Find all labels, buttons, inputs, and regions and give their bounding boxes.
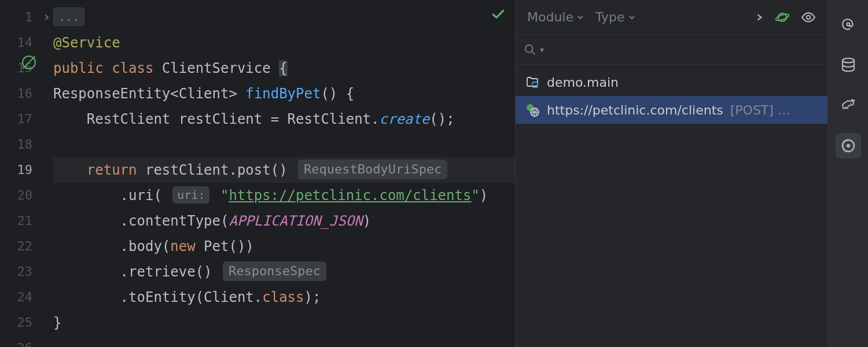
inspection-ok-icon[interactable] xyxy=(491,7,506,22)
search-caret-icon: ▾ xyxy=(540,45,544,54)
line-number: 20 xyxy=(0,183,53,208)
chevron-down-icon xyxy=(577,14,584,21)
svg-line-4 xyxy=(532,51,535,54)
line-number: 21 xyxy=(0,208,53,234)
svg-point-1 xyxy=(775,13,789,22)
tree-module-label: demo.main xyxy=(547,75,619,90)
module-dropdown[interactable]: Module xyxy=(524,8,587,27)
svg-point-11 xyxy=(846,144,849,147)
expand-chevron-icon[interactable] xyxy=(752,10,767,25)
line-number: 24 xyxy=(0,285,53,310)
line-number: 16 xyxy=(0,81,53,106)
folder-module-icon xyxy=(525,75,540,90)
right-toolbar xyxy=(827,0,868,347)
globe-endpoint-icon xyxy=(525,102,540,117)
type-dropdown[interactable]: Type xyxy=(592,8,639,27)
at-tool-icon[interactable] xyxy=(836,12,861,37)
chevron-down-icon xyxy=(628,14,635,21)
svg-point-3 xyxy=(525,45,533,52)
panel-search[interactable]: ▾ xyxy=(516,35,827,65)
tree-module-node[interactable]: demo.main xyxy=(516,68,827,96)
line-number: 19 xyxy=(0,157,53,183)
annotation: @Service xyxy=(53,35,120,51)
fold-chevron-icon[interactable] xyxy=(42,5,52,30)
line-number: 17 xyxy=(0,106,53,132)
filter-planet-icon[interactable] xyxy=(772,7,793,28)
gradle-elephant-icon[interactable] xyxy=(836,93,861,118)
folded-region[interactable]: ... xyxy=(53,8,84,26)
line-number: 25 xyxy=(0,310,53,335)
gutter-run-marker-icon[interactable] xyxy=(22,56,36,69)
svg-point-9 xyxy=(850,103,851,104)
line-number: 23 xyxy=(0,259,53,285)
line-number: 22 xyxy=(0,234,53,259)
type-dropdown-label: Type xyxy=(595,10,625,24)
code-editor[interactable]: 1 14 15 16 17 18 19 20 21 22 23 24 25 26… xyxy=(0,0,515,347)
editor-content[interactable]: ... @Service public class ClientService … xyxy=(53,0,515,347)
module-dropdown-label: Module xyxy=(527,10,573,24)
line-number: 18 xyxy=(0,132,53,157)
tree-endpoint-url: https://petclinic.com/clients xyxy=(547,103,723,117)
editor-gutter: 1 14 15 16 17 18 19 20 21 22 23 24 25 26 xyxy=(0,0,53,347)
inlay-param-hint: uri: xyxy=(172,186,209,204)
endpoints-view-icon[interactable] xyxy=(836,133,861,158)
eye-icon[interactable] xyxy=(797,6,819,28)
svg-point-2 xyxy=(807,15,811,19)
inlay-hint: RequestBodyUriSpec xyxy=(298,160,447,179)
tree-endpoint-node[interactable]: https://petclinic.com/clients [POST] … xyxy=(516,96,827,124)
endpoints-panel: Module Type ▾ demo.main xyxy=(515,0,827,347)
panel-header: Module Type xyxy=(516,0,827,35)
line-number: 26 xyxy=(0,335,53,347)
database-tool-icon[interactable] xyxy=(836,52,861,77)
line-number: 14 xyxy=(0,30,53,56)
tree-endpoint-method: [POST] … xyxy=(730,103,790,117)
url-link[interactable]: https://petclinic.com/clients xyxy=(229,187,471,204)
svg-point-8 xyxy=(843,58,854,63)
search-icon xyxy=(524,43,536,56)
endpoints-tree: demo.main https://petclinic.com/clients … xyxy=(516,65,827,347)
inlay-hint: ResponseSpec xyxy=(223,261,326,281)
